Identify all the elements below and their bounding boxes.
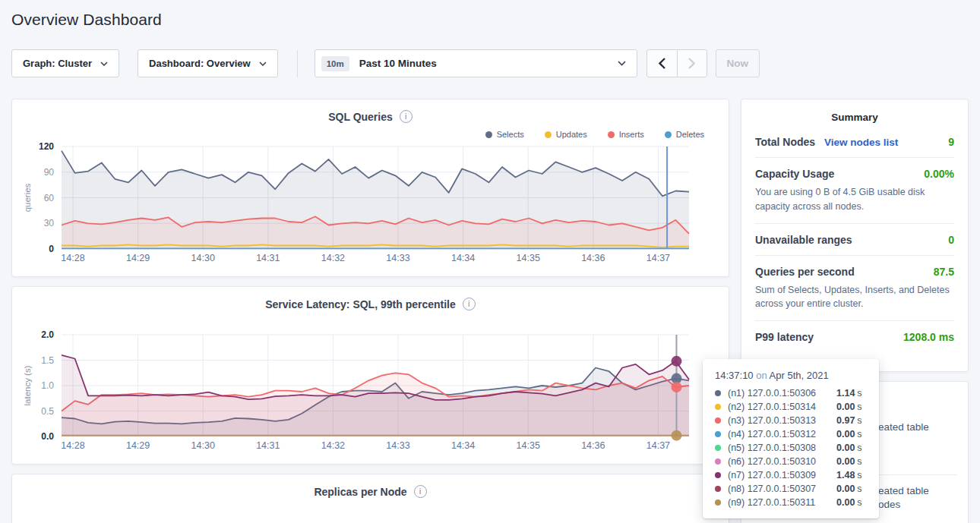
chart-title: Service Latency: SQL, 99th percentile	[265, 298, 456, 310]
svg-text:14:37: 14:37	[646, 440, 670, 451]
summary-panel: Summary Total Nodes View nodes list 9 Ca…	[741, 99, 969, 372]
svg-text:queries: queries	[23, 183, 32, 212]
svg-text:14:28: 14:28	[61, 440, 84, 451]
svg-text:14:35: 14:35	[517, 253, 540, 263]
tooltip-node-row: (n9) 127.0.0.1:503110.00s	[715, 496, 868, 509]
series-dot	[715, 499, 721, 506]
chevron-right-icon	[688, 58, 695, 69]
tooltip-node-row: (n3) 127.0.0.1:503130.97s	[715, 414, 868, 427]
graph-dropdown-label: Graph: Cluster	[23, 58, 92, 69]
svg-text:14:37: 14:37	[646, 253, 670, 263]
chart-header: Service Latency: SQL, 99th percentile i	[12, 287, 729, 310]
svg-text:1.0: 1.0	[41, 380, 54, 391]
svg-text:14:33: 14:33	[386, 253, 409, 263]
chart-title: Replicas per Node	[314, 486, 406, 498]
chevron-down-icon	[259, 61, 267, 66]
time-step-buttons	[646, 49, 707, 77]
svg-text:90: 90	[44, 167, 55, 178]
time-forward-button[interactable]	[677, 50, 707, 77]
time-back-button[interactable]	[647, 50, 677, 77]
legend-item[interactable]: Updates	[545, 129, 587, 140]
series-dot	[608, 131, 615, 138]
event-item[interactable]: eated table	[878, 485, 929, 496]
legend-item[interactable]: Inserts	[608, 129, 644, 140]
svg-text:14:34: 14:34	[451, 253, 475, 263]
svg-text:60: 60	[44, 193, 55, 203]
legend-item[interactable]: Deletes	[665, 129, 704, 140]
summary-label: Capacity Usage	[755, 168, 834, 180]
series-dot	[715, 390, 721, 396]
summary-value: 9	[948, 136, 954, 148]
summary-label: Total Nodes	[755, 136, 815, 148]
svg-text:latency (s): latency (s)	[23, 365, 32, 405]
chart-hover-tooltip: 14:37:10 on Apr 5th, 2021 (n1) 127.0.0.1…	[703, 359, 879, 518]
summary-row-qps: Queries per second 87.5 Sum of Selects, …	[755, 256, 954, 322]
charts-column: SQL Queries i SelectsUpdatesInsertsDelet…	[11, 99, 729, 523]
series-dot	[715, 404, 721, 410]
svg-text:14:35: 14:35	[517, 440, 540, 451]
svg-text:14:32: 14:32	[321, 253, 345, 263]
tooltip-node-row: (n5) 127.0.0.1:503080.00s	[715, 441, 868, 455]
svg-text:30: 30	[44, 218, 55, 228]
svg-text:0.0: 0.0	[41, 431, 54, 442]
tooltip-node-row: (n8) 127.0.0.1:503070.00s	[715, 482, 868, 496]
summary-row-capacity: Capacity Usage 0.00% You are using 0 B o…	[755, 158, 954, 224]
tooltip-node-row: (n7) 127.0.0.1:503091.48s	[715, 468, 868, 482]
legend-label: Updates	[556, 130, 587, 139]
summary-label: Queries per second	[755, 266, 855, 278]
now-button[interactable]: Now	[716, 49, 760, 77]
tooltip-node-row: (n6) 127.0.0.1:503100.00s	[715, 455, 868, 468]
summary-label: P99 latency	[755, 331, 814, 343]
time-range-badge: 10m	[321, 56, 349, 71]
chevron-down-icon	[100, 61, 108, 66]
graph-dropdown[interactable]: Graph: Cluster	[11, 49, 119, 77]
time-range-dropdown[interactable]: 10m Past 10 Minutes	[315, 49, 637, 77]
sql-queries-chart[interactable]: 030609012014:2814:2914:3014:3114:3214:33…	[12, 140, 729, 269]
summary-value: 87.5	[934, 266, 954, 278]
event-item[interactable]: eated table	[878, 421, 929, 433]
legend-label: Deletes	[676, 130, 704, 139]
dashboard-dropdown[interactable]: Dashboard: Overview	[138, 49, 278, 77]
tooltip-timestamp: 14:37:10 on Apr 5th, 2021	[715, 370, 868, 381]
info-icon[interactable]: i	[463, 298, 476, 310]
service-latency-card: Service Latency: SQL, 99th percentile i …	[11, 286, 729, 465]
summary-label: Unavailable ranges	[755, 234, 852, 246]
svg-text:14:33: 14:33	[386, 440, 409, 451]
summary-value: 0.00%	[924, 168, 954, 180]
tooltip-node-row: (n2) 127.0.0.1:503140.00s	[715, 400, 868, 414]
summary-row-p99-latency: P99 latency 1208.0 ms	[755, 321, 954, 352]
svg-text:14:32: 14:32	[321, 440, 345, 451]
svg-text:14:28: 14:28	[61, 253, 84, 263]
dashboard-dropdown-label: Dashboard: Overview	[149, 58, 251, 69]
summary-row-total-nodes: Total Nodes View nodes list 9	[755, 126, 954, 158]
replicas-per-node-card: Replicas per Node i	[11, 474, 729, 523]
summary-value: 1208.0 ms	[903, 331, 954, 343]
series-dot	[485, 131, 492, 138]
legend-item[interactable]: Selects	[485, 129, 524, 140]
chart-header: SQL Queries i	[12, 99, 729, 123]
svg-text:14:31: 14:31	[256, 253, 280, 263]
legend-label: Inserts	[619, 130, 644, 139]
svg-text:14:31: 14:31	[256, 440, 280, 451]
svg-text:14:30: 14:30	[191, 440, 215, 451]
summary-title: Summary	[755, 112, 954, 126]
svg-text:2.0: 2.0	[41, 330, 54, 340]
sql-queries-card: SQL Queries i SelectsUpdatesInsertsDelet…	[11, 99, 729, 277]
event-item[interactable]: odes	[878, 499, 900, 510]
svg-text:0: 0	[49, 244, 54, 254]
svg-text:14:29: 14:29	[126, 253, 150, 263]
service-latency-chart[interactable]: 0.00.51.01.52.014:2814:2914:3014:3114:32…	[12, 330, 729, 455]
info-icon[interactable]: i	[400, 110, 413, 123]
info-icon[interactable]: i	[414, 485, 427, 498]
svg-text:14:30: 14:30	[191, 253, 215, 263]
series-dot	[715, 445, 721, 451]
svg-text:1.5: 1.5	[41, 355, 54, 366]
svg-text:14:34: 14:34	[451, 440, 475, 451]
series-dot	[715, 472, 721, 478]
overview-dashboard-page: Overview Dashboard Graph: Cluster Dashbo…	[0, 0, 980, 523]
view-nodes-list-link[interactable]: View nodes list	[824, 137, 898, 148]
legend-label: Selects	[497, 130, 524, 139]
series-dot	[715, 417, 721, 424]
svg-text:120: 120	[39, 141, 54, 152]
chevron-left-icon	[659, 58, 665, 69]
